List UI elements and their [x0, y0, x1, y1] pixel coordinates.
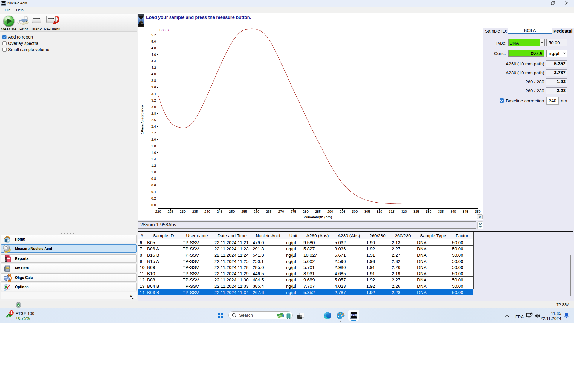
svg-text:5.0: 5.0: [151, 40, 156, 43]
svg-text:1.0: 1.0: [151, 170, 156, 174]
svg-text:320: 320: [401, 210, 407, 213]
svg-text:4.8: 4.8: [151, 46, 156, 50]
svg-text:285: 285: [315, 210, 321, 213]
svg-text:350: 350: [475, 210, 480, 213]
svg-text:230: 230: [180, 210, 186, 213]
svg-text:310: 310: [377, 210, 382, 213]
svg-text:260: 260: [254, 210, 259, 213]
svg-text:4.2: 4.2: [151, 66, 156, 69]
svg-text:225: 225: [168, 210, 173, 213]
svg-text:325: 325: [413, 210, 419, 213]
svg-text:345: 345: [462, 210, 468, 213]
svg-text:1.8: 1.8: [151, 144, 156, 148]
svg-text:270: 270: [278, 210, 284, 213]
svg-text:240: 240: [204, 210, 210, 213]
svg-text:300: 300: [352, 210, 358, 213]
svg-text:3.8: 3.8: [151, 79, 156, 82]
svg-text:250: 250: [229, 210, 235, 213]
svg-text:2.2: 2.2: [151, 131, 156, 135]
svg-text:280: 280: [303, 210, 309, 213]
svg-text:4.6: 4.6: [151, 53, 156, 56]
svg-text:245: 245: [217, 210, 222, 213]
svg-text:255: 255: [241, 210, 247, 213]
svg-text:10mm Absorbance: 10mm Absorbance: [141, 105, 144, 134]
svg-text:3.0: 3.0: [151, 105, 156, 109]
svg-text:0.6: 0.6: [151, 183, 156, 187]
svg-text:265: 265: [266, 210, 271, 213]
svg-text:4.0: 4.0: [151, 72, 156, 76]
svg-text:1.4: 1.4: [151, 157, 156, 161]
svg-text:3.2: 3.2: [151, 99, 156, 102]
svg-text:0.0: 0.0: [151, 203, 156, 207]
svg-text:Wavelength (nm): Wavelength (nm): [304, 215, 332, 219]
svg-text:295: 295: [340, 210, 345, 213]
svg-text:2.4: 2.4: [151, 125, 156, 128]
svg-text:275: 275: [291, 210, 296, 213]
svg-text:330: 330: [426, 210, 431, 213]
svg-text:305: 305: [364, 210, 370, 213]
svg-text:5.2: 5.2: [151, 33, 156, 37]
svg-text:4.4: 4.4: [151, 59, 156, 63]
svg-text:B03 B: B03 B: [159, 28, 169, 32]
svg-text:335: 335: [438, 210, 444, 213]
svg-text:1.2: 1.2: [151, 164, 156, 167]
svg-text:1.6: 1.6: [151, 151, 156, 154]
svg-text:290: 290: [327, 210, 333, 213]
svg-text:2.0: 2.0: [151, 138, 156, 141]
svg-text:3.4: 3.4: [151, 92, 156, 96]
svg-text:235: 235: [192, 210, 198, 213]
svg-text:2.8: 2.8: [151, 112, 156, 115]
svg-text:3.6: 3.6: [151, 85, 156, 89]
svg-text:340: 340: [450, 210, 456, 213]
svg-text:220: 220: [155, 210, 161, 213]
svg-text:0.2: 0.2: [151, 197, 156, 200]
svg-text:2.6: 2.6: [151, 118, 156, 122]
svg-text:0.8: 0.8: [151, 177, 156, 180]
svg-text:0.4: 0.4: [151, 190, 156, 194]
svg-text:315: 315: [389, 210, 395, 213]
